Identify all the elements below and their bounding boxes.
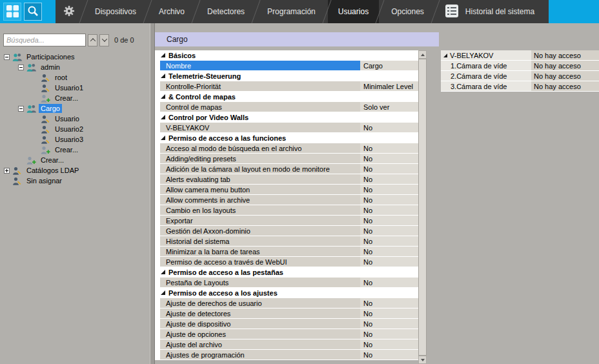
property-historial-del-sistema[interactable]: Historial del sistemaNo: [155, 236, 418, 246]
system-log-tab[interactable]: Historial del sistema: [436, 0, 549, 23]
tree-item-usuario3[interactable]: Usuario3: [0, 134, 150, 145]
tab-detectores[interactable]: Detectores: [197, 0, 255, 23]
tab-dispositivos[interactable]: Dispositivos: [85, 0, 147, 23]
tree-item-usuario[interactable]: Usuario: [0, 114, 150, 124]
access-level-value[interactable]: No hay acceso: [531, 81, 599, 91]
property-adicion-de-la-camara-al-layout-en-modo-de-monitore[interactable]: Adición de la cámara al layout en modo d…: [155, 164, 418, 174]
property-kontrolle-prioritat[interactable]: Kontrolle-PrioritätMinimaler Level: [155, 81, 418, 91]
property-cambio-en-los-layouts[interactable]: Cambio en los layoutsNo: [155, 205, 418, 215]
property-value[interactable]: No: [360, 257, 418, 267]
section-control-de-mapas[interactable]: & Control de mapas: [155, 92, 418, 101]
tree-item-crear[interactable]: Crear...: [0, 93, 150, 103]
settings-menu-button[interactable]: [56, 0, 83, 23]
access-row-3-camara-de-vide[interactable]: 3.Cámara de vídeNo hay acceso: [441, 81, 599, 91]
tree-item-usuario1[interactable]: Usuario1: [0, 83, 150, 93]
property-value[interactable]: No: [360, 154, 418, 163]
access-level-value[interactable]: No hay acceso: [531, 71, 599, 81]
property-value[interactable]: Minimaler Level: [360, 81, 418, 91]
scroll-up-button[interactable]: [418, 50, 427, 59]
section-permiso-de-acceso-a-las-funciones[interactable]: Permiso de acceso a las funciones: [155, 133, 418, 143]
section-permiso-de-acceso-a-las-pestanas[interactable]: Permiso de acceso a las pestañas: [155, 267, 418, 277]
property-value[interactable]: No: [360, 195, 418, 205]
section-control-por-video-walls[interactable]: Control por Video Walls: [155, 112, 418, 122]
user-icon: [12, 177, 23, 185]
tree-item-sin-asignar[interactable]: Sin asignar: [0, 176, 150, 186]
property-permiso-de-acceso-a-traves-de-webui[interactable]: Permiso de acceso a través de WebUINo: [155, 257, 418, 267]
property-nombre[interactable]: NombreCargo: [155, 61, 418, 70]
property-value[interactable]: No: [360, 226, 418, 236]
scrollbar-thumb[interactable]: [418, 59, 427, 356]
access-row-1-camara-de-vide[interactable]: 1.Cámara de vídeNo hay acceso: [441, 61, 599, 70]
property-value[interactable]: No: [360, 350, 418, 359]
section-telemetrie-steuerung[interactable]: Telemetrie-Steuerung: [155, 71, 418, 81]
section-basicos[interactable]: Básicos: [155, 50, 418, 60]
tree-item-crear[interactable]: Crear...: [0, 155, 150, 165]
search-prev-button[interactable]: [88, 34, 97, 46]
tree-item-participaciones[interactable]: Participaciones: [0, 52, 150, 62]
tab-opciones[interactable]: Opciones: [381, 0, 434, 23]
tree-item-usuario2[interactable]: Usuario2: [0, 124, 150, 134]
property-value[interactable]: No: [360, 247, 418, 256]
property-adding-editing-presets[interactable]: Adding/editing presetsNo: [155, 154, 418, 163]
section-label: Básicos: [168, 52, 196, 59]
access-level-value[interactable]: No hay acceso: [531, 61, 599, 70]
tree-item-root[interactable]: root: [0, 72, 150, 83]
property-value[interactable]: No: [360, 164, 418, 174]
property-acceso-al-modo-de-busqueda-en-el-archivo[interactable]: Acceso al modo de búsqueda en el archivo…: [155, 143, 418, 153]
property-value[interactable]: No: [360, 205, 418, 215]
property-value[interactable]: No: [360, 236, 418, 246]
tree-expand-icon[interactable]: [4, 168, 10, 174]
property-v-belyakov[interactable]: V-BELYAKOVNo: [155, 123, 418, 132]
property-value[interactable]: No: [360, 308, 418, 318]
property-value[interactable]: No: [360, 319, 418, 329]
tab-archivo[interactable]: Archivo: [148, 0, 195, 23]
property-gestion-del-axxon-dominio[interactable]: Gestión del Axxon-dominioNo: [155, 226, 418, 236]
property-grid-scrollbar[interactable]: [418, 50, 427, 364]
section-permiso-de-acceso-a-los-ajustes[interactable]: Permiso de acceso a los ajustes: [155, 288, 418, 298]
property-allow-comments-in-archive[interactable]: Allow comments in archiveNo: [155, 195, 418, 205]
property-minimizar-a-la-barra-de-tareas[interactable]: Minimizar a la barra de tareasNo: [155, 247, 418, 256]
property-value[interactable]: No: [360, 123, 418, 132]
tab-usuarios[interactable]: Usuarios: [328, 0, 379, 23]
property-value[interactable]: Solo ver: [360, 102, 418, 112]
access-row-v-belyakov[interactable]: V-BELYAKOVNo hay acceso: [441, 50, 599, 60]
tree-item-catalogos-ldap[interactable]: Catálogos LDAP: [0, 165, 150, 176]
property-allow-camera-menu-button[interactable]: Allow camera menu buttonNo: [155, 185, 418, 194]
tab-programacion[interactable]: Programación: [257, 0, 326, 23]
property-pestana-de-layouts[interactable]: Pestaña de LayoutsNo: [155, 278, 418, 287]
property-control-de-mapas[interactable]: Control de mapasSolo ver: [155, 102, 418, 112]
search-input[interactable]: [3, 34, 86, 46]
property-value[interactable]: No: [360, 185, 418, 194]
property-value[interactable]: No: [360, 143, 418, 153]
access-collapse-icon[interactable]: [443, 54, 447, 57]
property-name: V-BELYAKOV: [160, 123, 360, 132]
property-ajuste-de-derechos-de-usuario[interactable]: Ajuste de derechos de usuarioNo: [155, 298, 418, 308]
property-value[interactable]: No: [360, 339, 418, 349]
tree-collapse-icon[interactable]: [18, 106, 24, 112]
property-value[interactable]: No: [360, 329, 418, 339]
property-value[interactable]: No: [360, 216, 418, 225]
property-alerts-evaluating-tab[interactable]: Alerts evaluating tabNo: [155, 174, 418, 184]
tree-collapse-icon[interactable]: [4, 54, 10, 60]
property-ajuste-del-archivo[interactable]: Ajuste del archivoNo: [155, 339, 418, 349]
tree-item-admin[interactable]: admin: [0, 62, 150, 72]
property-value[interactable]: No: [360, 278, 418, 287]
scroll-down-button[interactable]: [418, 356, 427, 364]
property-ajustes-de-programacion[interactable]: Ajustes de programaciónNo: [155, 350, 418, 359]
tree-item-crear[interactable]: Crear...: [0, 145, 150, 155]
layouts-button[interactable]: [3, 3, 21, 21]
property-ajuste-de-detectores[interactable]: Ajuste de detectoresNo: [155, 308, 418, 318]
search-button[interactable]: [24, 3, 42, 21]
tree-item-cargo[interactable]: Cargo: [0, 103, 150, 114]
property-value[interactable]: No: [360, 174, 418, 184]
sidebar-splitter[interactable]: [150, 23, 155, 364]
tree-collapse-icon[interactable]: [18, 65, 24, 70]
property-value[interactable]: No: [360, 298, 418, 308]
property-ajuste-de-dispositivo[interactable]: Ajuste de dispositivoNo: [155, 319, 418, 329]
property-value[interactable]: Cargo: [360, 61, 418, 70]
property-exportar[interactable]: ExportarNo: [155, 216, 418, 225]
search-next-button[interactable]: [99, 34, 109, 46]
property-ajuste-de-opciones[interactable]: Ajuste de opcionesNo: [155, 329, 418, 339]
access-level-value[interactable]: No hay acceso: [531, 50, 599, 60]
access-row-2-camara-de-vide[interactable]: 2.Cámara de vídeNo hay acceso: [441, 71, 599, 81]
